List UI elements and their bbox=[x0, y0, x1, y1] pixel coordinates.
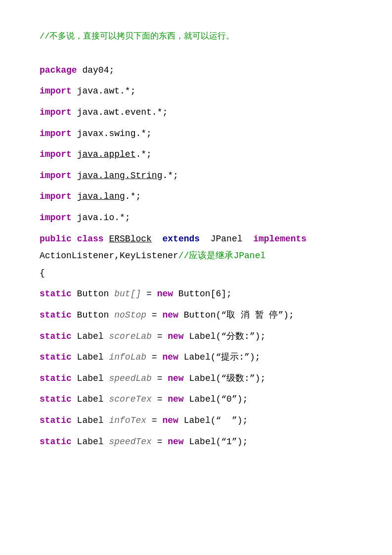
code-line-static8: static Label speedTex = new Label(“1”); bbox=[40, 434, 352, 450]
blank-line bbox=[40, 409, 352, 413]
code-part: Label bbox=[72, 416, 109, 425]
code-line-static3: static Label scoreLab = new Label(“分数:”)… bbox=[40, 329, 352, 344]
code-line-brace: { bbox=[40, 266, 352, 281]
code-part: import bbox=[40, 86, 72, 96]
code-part: new bbox=[162, 416, 178, 425]
code-part: package bbox=[40, 65, 77, 75]
code-line-classdef2: ActionListener,KeyListener//应该是继承JPanel bbox=[40, 248, 352, 264]
code-line-import5: import java.lang.String.*; bbox=[40, 168, 352, 184]
code-line-import1: import java.awt.*; bbox=[40, 84, 352, 99]
code-part bbox=[72, 149, 77, 159]
code-part: { bbox=[40, 268, 45, 278]
code-line-import2: import java.awt.event.*; bbox=[40, 105, 352, 120]
code-part: = bbox=[152, 437, 168, 447]
code-part bbox=[72, 191, 77, 201]
code-part: scoreLab bbox=[109, 331, 151, 341]
code-line-import4: import java.applet.*; bbox=[40, 147, 352, 162]
blank-line bbox=[40, 388, 352, 392]
code-part: new bbox=[168, 373, 183, 383]
code-part: Button(“取 消 暂 停”); bbox=[178, 310, 294, 320]
code-part: new bbox=[157, 289, 173, 299]
code-part: new bbox=[168, 331, 183, 341]
code-part: = bbox=[146, 310, 162, 320]
blank-line bbox=[40, 59, 352, 63]
blank-line bbox=[40, 282, 352, 286]
code-line-package: package day04; bbox=[40, 63, 352, 78]
code-part: java.io.*; bbox=[72, 213, 131, 223]
code-part: class bbox=[77, 234, 104, 244]
code-part: static bbox=[40, 416, 72, 425]
blank-line bbox=[40, 164, 352, 168]
code-part: static bbox=[40, 437, 72, 447]
code-part bbox=[152, 234, 163, 244]
comment-line: //不多说，直接可以拷贝下面的东西，就可以运行。 bbox=[40, 30, 352, 44]
code-part: java.applet bbox=[77, 149, 136, 159]
blank-line bbox=[40, 122, 352, 126]
blank-line bbox=[40, 80, 352, 84]
code-part: public bbox=[40, 234, 72, 244]
code-part: //应该是继承JPanel bbox=[178, 251, 265, 261]
code-part: Label bbox=[72, 373, 109, 383]
code-part: import bbox=[40, 171, 72, 181]
code-line-static4: static Label infoLab = new Label(“提示:”); bbox=[40, 350, 352, 365]
code-line-import6: import java.lang.*; bbox=[40, 189, 352, 204]
code-part: java.awt.event.*; bbox=[72, 107, 168, 117]
blank-line bbox=[40, 325, 352, 329]
blank-line bbox=[40, 430, 352, 434]
code-part: scoreTex bbox=[109, 394, 151, 404]
code-part: import bbox=[40, 129, 72, 139]
code-part: .*; bbox=[135, 149, 151, 159]
code-line-static7: static Label infoTex = new Label(“ ”); bbox=[40, 413, 352, 428]
code-part: ActionListener,KeyListener bbox=[40, 251, 178, 261]
code-block: package day04;import java.awt.*;import j… bbox=[40, 59, 352, 449]
code-part: new bbox=[168, 394, 183, 404]
code-part: Label(“提示:”); bbox=[178, 352, 261, 362]
code-line-classdef: public class ERSBlock extends JPanel imp… bbox=[40, 231, 352, 247]
code-part: import bbox=[40, 191, 72, 201]
code-part: speedTex bbox=[109, 437, 151, 447]
code-part: new bbox=[162, 352, 178, 362]
code-part: speedLab bbox=[109, 373, 151, 383]
code-line-static6: static Label scoreTex = new Label(“0”); bbox=[40, 392, 352, 407]
code-part bbox=[72, 171, 77, 181]
code-part: = bbox=[141, 289, 157, 299]
code-part: Label bbox=[72, 394, 109, 404]
blank-line bbox=[40, 228, 352, 231]
code-line-import7: import java.io.*; bbox=[40, 210, 352, 226]
code-part: .*; bbox=[162, 171, 178, 181]
code-part: java.lang.String bbox=[77, 171, 163, 181]
code-part: import bbox=[40, 149, 72, 159]
blank-line bbox=[40, 346, 352, 350]
blank-line bbox=[40, 367, 352, 371]
blank-line bbox=[40, 206, 352, 210]
code-part: JPanel bbox=[200, 234, 253, 244]
code-part: Label(“1”); bbox=[184, 437, 248, 447]
code-part: infoLab bbox=[109, 352, 146, 362]
code-part: noStop bbox=[114, 310, 146, 320]
code-line-import3: import javax.swing.*; bbox=[40, 126, 352, 141]
code-part: java.awt.*; bbox=[72, 86, 136, 96]
code-part: implements bbox=[253, 234, 306, 244]
blank-line bbox=[40, 101, 352, 105]
code-part: Button bbox=[72, 310, 114, 320]
blank-line bbox=[40, 143, 352, 147]
code-part: Label(“0”); bbox=[184, 394, 248, 404]
code-part: .*; bbox=[125, 191, 141, 201]
code-part: = bbox=[152, 331, 168, 341]
page-container: //不多说，直接可以拷贝下面的东西，就可以运行。 package day04;i… bbox=[40, 30, 352, 449]
code-line-static1: static Button but[] = new Button[6]; bbox=[40, 286, 352, 302]
code-part: Button bbox=[72, 289, 114, 299]
code-part: Label bbox=[72, 437, 109, 447]
code-part: = bbox=[152, 373, 168, 383]
code-part: new bbox=[162, 310, 178, 320]
code-part: extends bbox=[162, 234, 200, 244]
code-part: static bbox=[40, 394, 72, 404]
code-part: static bbox=[40, 373, 72, 383]
code-part: Label(“分数:”); bbox=[184, 331, 266, 341]
code-part: = bbox=[146, 352, 162, 362]
code-part: infoTex bbox=[109, 416, 146, 425]
code-part: new bbox=[168, 437, 183, 447]
code-part: import bbox=[40, 107, 72, 117]
code-part: Label bbox=[72, 352, 109, 362]
code-part: ERSBlock bbox=[109, 234, 151, 244]
